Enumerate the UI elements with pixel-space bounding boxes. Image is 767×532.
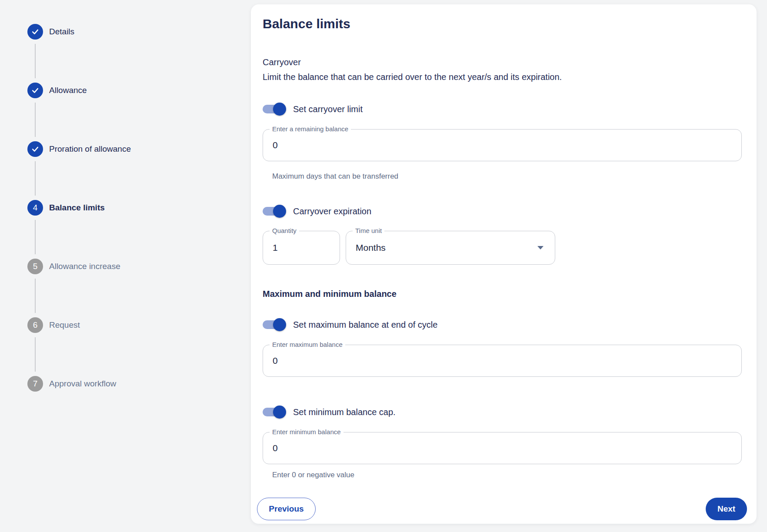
carryover-expiration-toggle[interactable]: Carryover expiration <box>263 205 371 218</box>
step-label: Balance limits <box>49 203 105 213</box>
step-indicator <box>27 141 43 157</box>
step-label: Approval workflow <box>49 379 116 389</box>
set-carryover-limit-toggle[interactable]: Set carryover limit <box>263 103 363 116</box>
stepper-step-proration[interactable]: Proration of allowance <box>27 141 131 157</box>
switch-on-icon <box>263 103 286 116</box>
step-number: 7 <box>33 379 38 389</box>
step-indicator: 4 <box>27 200 43 216</box>
toggle-label: Set minimum balance cap. <box>293 407 396 417</box>
page-title: Balance limits <box>263 17 350 31</box>
switch-on-icon <box>263 318 286 331</box>
step-indicator: 7 <box>27 376 43 392</box>
stepper-step-request[interactable]: 6 Request <box>27 317 80 333</box>
switch-thumb <box>273 205 286 218</box>
maximum-balance-input[interactable] <box>263 345 741 376</box>
switch-thumb <box>273 406 286 419</box>
step-label: Proration of allowance <box>49 144 131 154</box>
toggle-label: Carryover expiration <box>293 206 371 216</box>
maximum-balance-field: Enter maximum balance <box>263 345 742 377</box>
quantity-field: Quantity <box>263 231 340 265</box>
step-indicator: 5 <box>27 259 43 274</box>
carryover-description: Limit the balance that can be carried ov… <box>263 72 562 82</box>
next-button[interactable]: Next <box>706 498 747 520</box>
step-number: 4 <box>33 203 38 213</box>
remaining-balance-field: Enter a remaining balance <box>263 129 742 161</box>
step-label: Details <box>49 27 74 37</box>
step-connector <box>35 161 36 196</box>
step-connector <box>35 103 36 137</box>
set-minimum-balance-toggle[interactable]: Set minimum balance cap. <box>263 406 396 419</box>
stepper-step-approval-workflow[interactable]: 7 Approval workflow <box>27 376 116 392</box>
stepper-step-balance-limits[interactable]: 4 Balance limits <box>27 200 105 216</box>
balance-caps-heading: Maximum and minimum balance <box>263 289 397 299</box>
check-icon <box>31 86 40 95</box>
minimum-balance-helper: Enter 0 or negative value <box>272 471 354 479</box>
stepper-step-allowance-increase[interactable]: 5 Allowance increase <box>27 259 120 274</box>
minimum-balance-field: Enter minimum balance <box>263 432 742 464</box>
toggle-label: Set carryover limit <box>293 104 363 114</box>
field-label: Quantity <box>270 227 299 234</box>
step-number: 5 <box>33 262 38 271</box>
step-indicator <box>27 83 43 98</box>
step-connector <box>35 44 36 78</box>
switch-thumb <box>273 318 286 331</box>
field-label: Enter minimum balance <box>270 428 343 436</box>
step-label: Allowance <box>49 86 87 95</box>
previous-button[interactable]: Previous <box>257 498 316 520</box>
wizard-stepper: Details Allowance Proration of allowance… <box>0 0 243 532</box>
step-connector <box>35 220 36 254</box>
dropdown-arrow-icon <box>537 246 544 249</box>
set-maximum-balance-toggle[interactable]: Set maximum balance at end of cycle <box>263 318 437 331</box>
step-number: 6 <box>33 320 38 330</box>
switch-thumb <box>273 103 286 116</box>
check-icon <box>31 145 40 153</box>
step-connector <box>35 337 36 372</box>
step-indicator: 6 <box>27 317 43 333</box>
field-label: Time unit <box>353 227 384 234</box>
toggle-label: Set maximum balance at end of cycle <box>293 320 437 330</box>
stepper-step-details[interactable]: Details <box>27 24 74 40</box>
switch-on-icon <box>263 205 286 218</box>
remaining-balance-input[interactable] <box>263 130 741 161</box>
quantity-input[interactable] <box>263 231 340 264</box>
step-indicator <box>27 24 43 40</box>
time-unit-value: Months <box>356 243 386 253</box>
check-icon <box>31 27 40 36</box>
time-unit-select[interactable]: Time unit Months <box>346 231 555 265</box>
step-label: Request <box>49 320 80 330</box>
field-label: Enter a remaining balance <box>270 125 351 133</box>
switch-on-icon <box>263 406 286 419</box>
step-connector <box>35 279 36 313</box>
step-label: Allowance increase <box>49 262 120 271</box>
stepper-step-allowance[interactable]: Allowance <box>27 83 87 98</box>
minimum-balance-input[interactable] <box>263 432 741 464</box>
balance-limits-panel: Balance limits Carryover Limit the balan… <box>251 4 757 524</box>
field-label: Enter maximum balance <box>270 341 345 348</box>
remaining-balance-helper: Maximum days that can be transferred <box>272 172 398 181</box>
carryover-heading: Carryover <box>263 57 301 67</box>
